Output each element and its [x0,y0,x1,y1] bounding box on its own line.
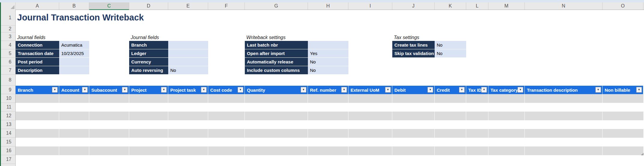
table-column-header[interactable]: Project task▼ [168,86,208,94]
table-cell[interactable] [525,94,603,103]
field-value-cell[interactable]: 10/23/2025 [59,49,89,58]
column-header-L[interactable]: L [466,2,488,10]
table-cell[interactable] [129,103,168,112]
table-cell[interactable] [603,146,643,155]
table-column-header[interactable]: Project▼ [129,86,168,94]
field-value-cell[interactable] [59,66,89,75]
table-cell[interactable] [168,103,208,112]
table-cell[interactable] [308,94,348,103]
table-cell[interactable] [603,112,643,120]
table-column-header[interactable]: Tax category▼ [488,86,525,94]
field-value-cell[interactable] [168,41,208,49]
field-label-cell[interactable]: Post period [16,58,59,66]
field-label-cell[interactable]: Description [16,66,59,75]
table-cell[interactable] [525,138,603,146]
table-cell[interactable] [525,146,603,155]
column-header-I[interactable]: I [348,2,392,10]
table-cell[interactable] [466,129,488,138]
table-cell[interactable] [466,120,488,129]
row-header-17[interactable]: 17 [1,155,15,164]
table-cell[interactable] [348,120,392,129]
table-column-header[interactable]: Account▼ [59,86,89,94]
table-column-header[interactable]: Transaction description▼ [525,86,603,94]
column-header-D[interactable]: D [129,2,168,10]
table-cell[interactable] [59,94,89,103]
row-header-12[interactable]: 12 [1,112,15,120]
table-cell[interactable] [168,112,208,120]
table-column-header[interactable]: Branch▼ [16,86,59,94]
table-cell[interactable] [466,94,488,103]
row-header-6[interactable]: 6 [1,58,15,66]
table-cell[interactable] [488,120,525,129]
table-column-header[interactable]: Cost code▼ [208,86,245,94]
column-header-K[interactable]: K [435,2,466,10]
filter-button[interactable]: ▼ [301,87,306,93]
table-cell[interactable] [89,103,129,112]
field-value-cell[interactable]: Yes [308,49,348,58]
field-label-cell[interactable]: Automatically release [245,58,308,66]
field-label-cell[interactable]: Branch [129,41,168,49]
table-cell[interactable] [16,103,59,112]
filter-button[interactable]: ▼ [161,87,167,93]
filter-button[interactable]: ▼ [122,87,128,93]
table-cell[interactable] [348,94,392,103]
table-cell[interactable] [129,94,168,103]
field-value-cell[interactable] [308,41,348,49]
table-cell[interactable] [488,94,525,103]
column-header-O[interactable]: O [603,2,643,10]
table-cell[interactable] [308,120,348,129]
row-header-9[interactable]: 9 [1,86,15,94]
field-label-cell[interactable]: Ledger [129,49,168,58]
table-cell[interactable] [59,138,89,146]
table-cell[interactable] [168,129,208,138]
filter-button[interactable]: ▼ [636,87,642,93]
table-cell[interactable] [525,103,603,112]
table-cell[interactable] [208,103,245,112]
table-cell[interactable] [245,138,308,146]
field-label-cell[interactable]: Currency [129,58,168,66]
field-label-cell[interactable]: Open after import [245,49,308,58]
table-cell[interactable] [525,129,603,138]
table-cell[interactable] [16,120,59,129]
field-label-cell[interactable]: Connection [16,41,59,49]
table-cell[interactable] [89,138,129,146]
table-cell[interactable] [392,146,435,155]
table-cell[interactable] [245,112,308,120]
row-header-4[interactable]: 4 [1,41,15,49]
table-cell[interactable] [603,129,643,138]
table-column-header[interactable]: Debit▼ [392,86,435,94]
table-empty-row[interactable] [16,112,643,120]
table-empty-row[interactable] [16,138,643,146]
table-empty-row[interactable] [16,129,643,138]
table-cell[interactable] [392,138,435,146]
column-header-J[interactable]: J [392,2,435,10]
filter-button[interactable]: ▼ [427,87,433,93]
field-value-cell[interactable]: No [168,66,208,75]
table-cell[interactable] [435,138,466,146]
filter-button[interactable]: ▼ [201,87,207,93]
field-label-cell[interactable]: Auto reversing [129,66,168,75]
field-label-cell[interactable]: Last batch nbr [245,41,308,49]
table-cell[interactable] [208,120,245,129]
table-cell[interactable] [89,112,129,120]
filter-button[interactable]: ▼ [82,87,88,93]
table-cell[interactable] [208,94,245,103]
field-label-cell[interactable]: Transaction date [16,49,59,58]
field-label-cell[interactable]: Skip tax validation [392,49,435,58]
table-cell[interactable] [129,120,168,129]
table-cell[interactable] [603,138,643,146]
table-cell[interactable] [308,129,348,138]
table-cell[interactable] [245,120,308,129]
field-label-cell[interactable]: Include custom columns [245,66,308,75]
column-header-A[interactable]: A [16,2,59,10]
row-header-11[interactable]: 11 [1,103,15,112]
table-empty-row[interactable] [16,103,643,112]
table-cell[interactable] [245,129,308,138]
table-empty-row[interactable] [16,94,643,103]
table-cell[interactable] [245,146,308,155]
table-cell[interactable] [308,112,348,120]
table-cell[interactable] [392,112,435,120]
table-cell[interactable] [308,146,348,155]
column-header-H[interactable]: H [308,2,348,10]
filter-button[interactable]: ▼ [459,87,465,93]
